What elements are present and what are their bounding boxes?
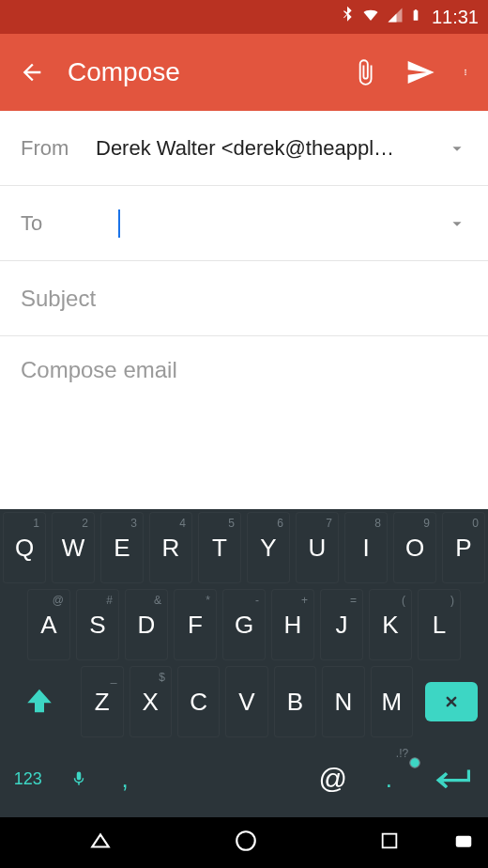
svg-point-2 bbox=[465, 74, 466, 76]
svg-rect-9 bbox=[464, 838, 465, 840]
nav-home-icon[interactable] bbox=[234, 829, 258, 857]
enter-key[interactable] bbox=[419, 743, 485, 814]
body-row[interactable]: Compose email bbox=[0, 336, 488, 383]
svg-point-0 bbox=[465, 70, 466, 71]
svg-rect-7 bbox=[458, 838, 460, 840]
signal-icon bbox=[387, 7, 404, 28]
key-k[interactable]: (K bbox=[369, 589, 412, 660]
ime-icon[interactable] bbox=[452, 832, 475, 853]
shift-key[interactable] bbox=[3, 666, 75, 737]
at-key[interactable]: @ bbox=[308, 743, 358, 814]
key-d[interactable]: &D bbox=[125, 589, 168, 660]
from-value: Derek Walter <derek@theappl… bbox=[96, 136, 430, 161]
key-z[interactable]: _Z bbox=[81, 666, 123, 737]
body-placeholder: Compose email bbox=[21, 357, 177, 383]
key-w[interactable]: 2W bbox=[52, 512, 95, 583]
to-row[interactable]: To bbox=[0, 186, 488, 261]
compose-form: From Derek Walter <derek@theappl… To Sub… bbox=[0, 111, 488, 383]
wifi-icon bbox=[360, 7, 381, 28]
page-title: Compose bbox=[68, 57, 351, 87]
svg-point-1 bbox=[465, 71, 466, 73]
key-t[interactable]: 5T bbox=[198, 512, 241, 583]
key-f[interactable]: *F bbox=[174, 589, 217, 660]
svg-rect-8 bbox=[461, 838, 463, 840]
to-label: To bbox=[21, 211, 96, 236]
backspace-key[interactable] bbox=[416, 663, 488, 740]
key-x[interactable]: $X bbox=[130, 666, 172, 737]
symbols-key[interactable]: 123 bbox=[3, 743, 53, 814]
key-v[interactable]: V bbox=[225, 666, 267, 737]
key-m[interactable]: M bbox=[371, 666, 413, 737]
app-bar: Compose bbox=[0, 34, 488, 111]
key-n[interactable]: N bbox=[322, 666, 364, 737]
chevron-down-icon[interactable] bbox=[430, 138, 467, 159]
back-icon[interactable] bbox=[13, 59, 51, 85]
key-a[interactable]: @A bbox=[27, 589, 70, 660]
nav-back-icon[interactable] bbox=[88, 829, 113, 857]
nav-bar bbox=[0, 817, 488, 868]
period-key[interactable]: .!? . bbox=[363, 743, 414, 814]
send-icon[interactable] bbox=[405, 57, 435, 87]
key-s[interactable]: #S bbox=[76, 589, 119, 660]
svg-rect-11 bbox=[460, 843, 468, 845]
overflow-icon[interactable] bbox=[462, 59, 469, 85]
key-y[interactable]: 6Y bbox=[247, 512, 290, 583]
svg-rect-5 bbox=[382, 834, 396, 848]
key-q[interactable]: 1Q bbox=[3, 512, 46, 583]
from-row[interactable]: From Derek Walter <derek@theappl… bbox=[0, 111, 488, 186]
bluetooth-icon bbox=[340, 5, 355, 30]
key-p[interactable]: 0P bbox=[442, 512, 485, 583]
chevron-down-icon[interactable] bbox=[430, 213, 467, 234]
svg-point-4 bbox=[236, 831, 255, 850]
key-l[interactable]: )L bbox=[418, 589, 461, 660]
key-e[interactable]: 3E bbox=[100, 512, 144, 583]
comma-key[interactable]: , bbox=[105, 743, 145, 814]
subject-row[interactable]: Subject bbox=[0, 261, 488, 336]
key-g[interactable]: -G bbox=[222, 589, 266, 660]
keyboard: 1Q2W3E4R5T6Y7U8I9O0P @A#S&D*F-G+H=J(K)L … bbox=[0, 509, 488, 817]
text-cursor bbox=[118, 209, 120, 238]
mic-icon[interactable] bbox=[59, 743, 99, 814]
key-c[interactable]: C bbox=[177, 666, 220, 737]
space-key[interactable] bbox=[151, 743, 302, 814]
svg-point-3 bbox=[410, 758, 420, 768]
status-bar: 11:31 bbox=[0, 0, 488, 34]
key-j[interactable]: =J bbox=[320, 589, 363, 660]
key-b[interactable]: B bbox=[274, 666, 316, 737]
key-u[interactable]: 7U bbox=[296, 512, 339, 583]
svg-rect-10 bbox=[466, 838, 468, 840]
key-h[interactable]: +H bbox=[271, 589, 314, 660]
key-i[interactable]: 8I bbox=[344, 512, 388, 583]
battery-icon bbox=[409, 6, 422, 29]
attach-icon[interactable] bbox=[351, 58, 379, 86]
clock: 11:31 bbox=[432, 7, 479, 28]
key-o[interactable]: 9O bbox=[393, 512, 436, 583]
nav-recent-icon[interactable] bbox=[379, 830, 400, 855]
from-label: From bbox=[21, 136, 96, 161]
subject-placeholder: Subject bbox=[21, 286, 96, 312]
key-r[interactable]: 4R bbox=[149, 512, 192, 583]
